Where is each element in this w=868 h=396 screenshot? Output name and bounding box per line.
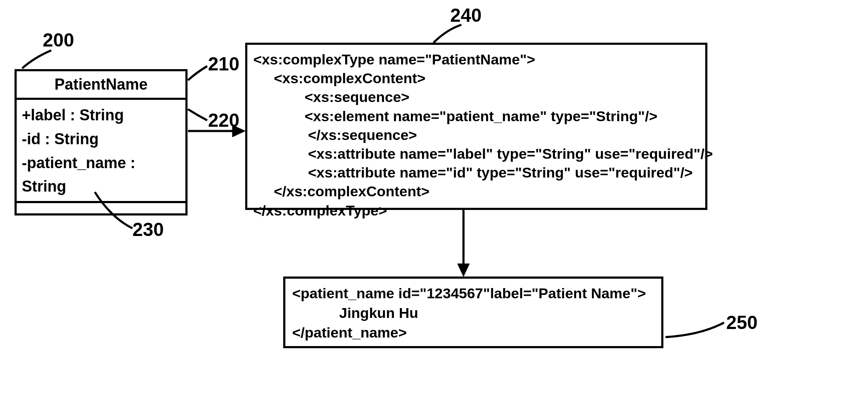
schema-line-7: <xs:attribute name="id" type="String" us… <box>253 163 699 182</box>
leader-240 <box>434 25 461 43</box>
ref-label-200: 200 <box>43 31 74 50</box>
uml-class-box: PatientName +label : String -id : String… <box>15 69 188 215</box>
ref-label-240: 240 <box>450 6 481 25</box>
uml-class-name: PatientName <box>17 71 185 100</box>
uml-attributes: +label : String -id : String -patient_na… <box>17 100 185 203</box>
schema-line-2: <xs:complexContent> <box>253 69 699 87</box>
schema-line-9: </xs:complexType> <box>253 201 699 220</box>
ref-label-220: 220 <box>208 111 239 130</box>
instance-line-2: Jingkun Hu <box>292 303 654 323</box>
ref-label-230: 230 <box>132 220 164 239</box>
uml-attr-id: -id : String <box>22 127 180 151</box>
leader-200 <box>22 50 51 68</box>
uml-operations-empty <box>17 203 185 213</box>
schema-line-1: <xs:complexType name="PatientName"> <box>253 50 699 69</box>
leader-210 <box>188 66 207 80</box>
ref-label-210: 210 <box>208 55 239 73</box>
schema-line-8: </xs:complexContent> <box>253 182 699 201</box>
schema-line-4: <xs:element name="patient_name" type="St… <box>253 107 699 125</box>
schema-line-3: <xs:sequence> <box>253 87 699 106</box>
instance-line-3: </patient_name> <box>292 323 654 343</box>
leader-250 <box>666 323 724 337</box>
xml-schema-box: <xs:complexType name="PatientName"> <xs:… <box>245 43 707 210</box>
schema-line-6: <xs:attribute name="label" type="String"… <box>253 144 699 163</box>
xml-instance-box: <patient_name id="1234567"label="Patient… <box>283 277 663 348</box>
ref-label-250: 250 <box>726 313 757 332</box>
arrow-schema-to-instance-head <box>457 264 469 277</box>
instance-line-1: <patient_name id="1234567"label="Patient… <box>292 284 654 303</box>
leader-220 <box>188 109 207 120</box>
uml-attr-label: +label : String <box>22 103 180 127</box>
uml-attr-patient-name: -patient_name : String <box>22 151 180 199</box>
schema-line-5: </xs:sequence> <box>253 125 699 144</box>
